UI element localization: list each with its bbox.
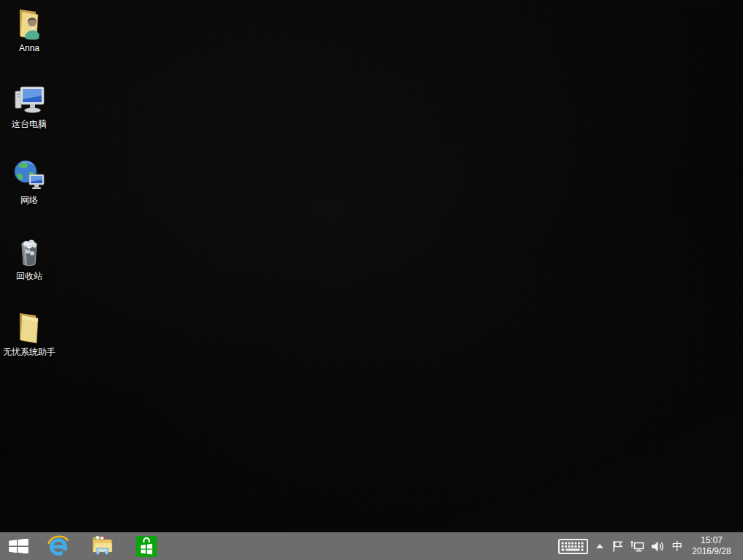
ime-indicator-button[interactable]: 中 — [668, 532, 687, 560]
show-hidden-icons-button[interactable] — [592, 532, 608, 560]
desktop-icon-this-pc[interactable]: 这台电脑 — [0, 82, 58, 129]
ime-indicator-label: 中 — [668, 541, 687, 552]
internet-explorer-button[interactable] — [37, 532, 80, 560]
explorer-folder-icon — [91, 534, 114, 558]
recycle-bin-icon — [12, 234, 47, 269]
file-explorer-button[interactable] — [80, 532, 124, 560]
clock-time: 15:07 — [687, 535, 736, 546]
windows-logo-icon — [9, 539, 28, 553]
windows-store-button[interactable] — [124, 532, 168, 560]
desktop-icon-label: 无忧系统助手 — [3, 347, 56, 357]
chevron-up-icon — [596, 544, 603, 548]
network-tray-button[interactable] — [627, 532, 647, 560]
clock-date: 2016/9/28 — [687, 546, 736, 557]
system-tray: 中 15:07 2016/9/28 — [554, 532, 743, 560]
touch-keyboard-icon — [558, 539, 588, 554]
desktop-icon-label: Anna — [19, 43, 39, 53]
network-globe-icon — [12, 158, 47, 193]
desktop-icon-anna[interactable]: Anna — [0, 6, 58, 53]
action-center-flag-icon — [612, 540, 623, 552]
taskbar-clock[interactable]: 15:07 2016/9/28 — [687, 535, 743, 557]
volume-icon — [651, 540, 665, 553]
network-status-icon — [630, 540, 644, 553]
desktop[interactable]: Anna 这台电脑 网络 — [0, 0, 743, 532]
folder-icon — [12, 310, 47, 345]
desktop-icon-label: 网络 — [20, 195, 38, 205]
desktop-icon-label: 回收站 — [16, 271, 42, 281]
desktop-icon-label: 这台电脑 — [12, 119, 47, 129]
computer-icon — [12, 82, 47, 117]
desktop-icon-recycle-bin[interactable]: 回收站 — [0, 234, 58, 281]
desktop-icon-assistant-folder[interactable]: 无忧系统助手 — [0, 310, 58, 357]
touch-keyboard-button[interactable] — [554, 532, 592, 560]
start-button[interactable] — [0, 532, 37, 560]
ie-icon — [47, 534, 70, 558]
desktop-icon-network[interactable]: 网络 — [0, 158, 58, 205]
taskbar: 中 15:07 2016/9/28 — [0, 532, 743, 560]
action-center-button[interactable] — [608, 532, 627, 560]
store-icon — [135, 535, 158, 558]
volume-tray-button[interactable] — [647, 532, 668, 560]
user-folder-icon — [12, 6, 47, 41]
